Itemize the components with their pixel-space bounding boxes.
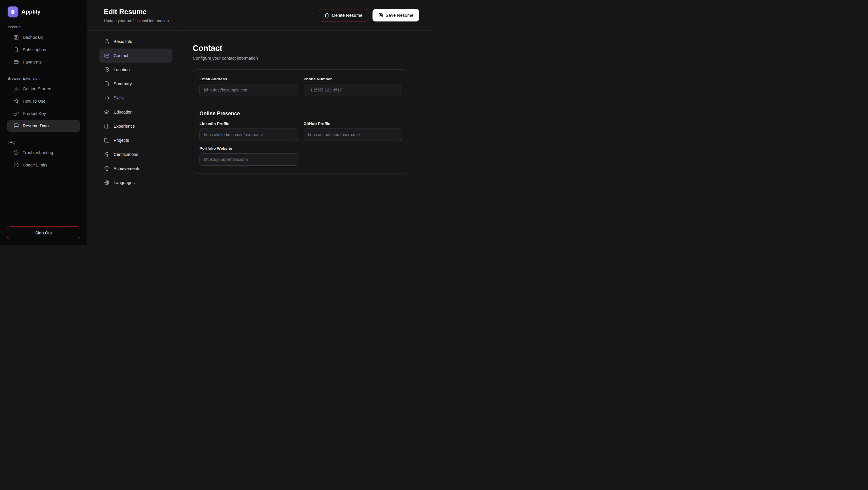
header-actions: Delete Resume Save Resume — [319, 9, 419, 22]
sidebar-item-getting-started[interactable]: Getting Started — [7, 83, 80, 95]
phone-label: Phone Number — [304, 77, 403, 81]
sidebar-item-label: Product Key — [23, 111, 46, 116]
alert-icon — [13, 150, 19, 155]
sidebar-item-how-to-use[interactable]: How To Use — [7, 95, 80, 107]
portfolio-label: Portfolio Website — [199, 146, 298, 151]
tab-certifications[interactable]: Certifications — [99, 148, 173, 161]
database-icon — [13, 123, 19, 129]
portfolio-field[interactable] — [199, 153, 298, 166]
sidebar: Applily Account Dashboard Subscription P… — [0, 0, 87, 245]
sidebar-item-dashboard[interactable]: Dashboard — [7, 31, 80, 43]
code-icon — [104, 95, 110, 101]
sidebar-item-resume-data[interactable]: Resume Data — [7, 120, 80, 132]
sidebar-item-label: Dashboard — [23, 35, 43, 40]
sidebar-item-troubleshooting[interactable]: Troubleshooting — [7, 147, 80, 159]
sidebar-section-faq: FAQ — [8, 140, 80, 144]
user-icon — [104, 39, 110, 44]
tab-label: Location — [114, 67, 130, 72]
linkedin-github-row: LinkedIn Profile GitHub Profile — [199, 122, 402, 141]
tab-summary[interactable]: Summary — [99, 77, 173, 91]
applily-logo-icon — [8, 6, 18, 17]
tab-label: Projects — [114, 138, 129, 143]
email-label: Email Address — [199, 77, 298, 81]
star-icon — [13, 99, 19, 104]
github-label: GitHub Profile — [304, 122, 403, 126]
payments-icon — [13, 59, 19, 65]
portfolio-row-spacer — [304, 146, 403, 166]
brand: Applily — [7, 6, 80, 17]
tab-label: Skills — [114, 96, 124, 100]
sidebar-item-label: Troubleshooting — [23, 150, 53, 155]
map-pin-icon — [104, 67, 110, 72]
save-icon — [378, 13, 383, 18]
sidebar-item-label: How To Use — [23, 99, 45, 103]
sidebar-item-label: Payments — [23, 60, 41, 64]
sidebar-item-payments[interactable]: Payments — [7, 56, 80, 68]
sign-out-button[interactable]: Sign Out — [7, 226, 80, 239]
form-divider — [199, 104, 402, 104]
award-icon — [104, 152, 110, 157]
email-field-group: Email Address — [199, 77, 298, 96]
main-area: Edit Resume Update your professional inf… — [87, 0, 434, 245]
sidebar-item-label: Getting Started — [23, 87, 52, 91]
page-header: Edit Resume Update your professional inf… — [87, 0, 434, 31]
briefcase-icon — [104, 124, 110, 129]
email-field[interactable] — [199, 84, 298, 96]
tab-label: Languages — [114, 180, 135, 185]
tab-label: Experience — [114, 124, 135, 129]
dashboard-icon — [13, 35, 19, 40]
section-subtitle: Configure your contact information — [193, 56, 419, 61]
email-phone-row: Email Address Phone Number — [199, 77, 402, 96]
delete-resume-button[interactable]: Delete Resume — [319, 9, 368, 22]
resume-section-nav: Basic Info Contact Location — [87, 31, 178, 245]
tab-label: Certifications — [114, 152, 138, 157]
linkedin-field[interactable] — [199, 129, 298, 141]
save-resume-button[interactable]: Save Resume — [372, 9, 419, 22]
page-title: Edit Resume — [104, 8, 169, 16]
sidebar-item-usage-limits[interactable]: Usage Limits — [7, 159, 80, 171]
trash-icon — [324, 13, 329, 18]
tab-projects[interactable]: Projects — [99, 133, 173, 148]
github-field[interactable] — [304, 129, 403, 141]
sidebar-item-label: Resume Data — [23, 124, 49, 128]
app-name: Applily — [22, 8, 41, 15]
tab-languages[interactable]: Languages — [99, 175, 173, 190]
page-header-text: Edit Resume Update your professional inf… — [104, 8, 169, 23]
download-icon — [13, 86, 19, 92]
sidebar-section-browser-extension: Browser Extension — [8, 76, 80, 80]
sidebar-item-subscription[interactable]: Subscription — [7, 44, 80, 56]
tab-label: Achievements — [114, 166, 141, 171]
sidebar-item-label: Subscription — [23, 47, 46, 52]
linkedin-field-group: LinkedIn Profile — [199, 122, 298, 141]
tab-achievements[interactable]: Achievements — [99, 161, 173, 175]
trophy-icon — [104, 166, 110, 171]
phone-field-group: Phone Number — [304, 77, 403, 96]
app-root: Applily Account Dashboard Subscription P… — [0, 0, 434, 245]
graduation-cap-icon — [104, 109, 110, 115]
sidebar-item-product-key[interactable]: Product Key — [7, 108, 80, 120]
tab-label: Summary — [114, 81, 132, 86]
page-subtitle: Update your professional information — [104, 19, 169, 23]
tab-skills[interactable]: Skills — [99, 91, 173, 105]
tab-education[interactable]: Education — [99, 105, 173, 119]
delete-resume-label: Delete Resume — [332, 13, 362, 18]
workspace: Basic Info Contact Location — [87, 31, 434, 245]
help-icon — [13, 162, 19, 168]
portfolio-field-group: Portfolio Website — [199, 146, 298, 166]
tab-label: Education — [114, 110, 133, 115]
contact-section: Contact Configure your contact informati… — [178, 31, 434, 245]
tab-label: Basic Info — [114, 39, 132, 44]
tab-location[interactable]: Location — [99, 63, 173, 77]
globe-icon — [104, 180, 110, 185]
github-field-group: GitHub Profile — [304, 122, 403, 141]
tab-contact[interactable]: Contact — [99, 48, 173, 63]
linkedin-label: LinkedIn Profile — [199, 122, 298, 126]
tab-experience[interactable]: Experience — [99, 119, 173, 133]
tab-basic-info[interactable]: Basic Info — [99, 34, 173, 48]
phone-field[interactable] — [304, 84, 403, 96]
folder-icon — [104, 138, 110, 143]
sidebar-item-label: Usage Limits — [23, 163, 48, 167]
section-title: Contact — [193, 44, 419, 53]
sidebar-section-account: Account — [8, 25, 80, 29]
portfolio-row: Portfolio Website — [199, 146, 402, 166]
